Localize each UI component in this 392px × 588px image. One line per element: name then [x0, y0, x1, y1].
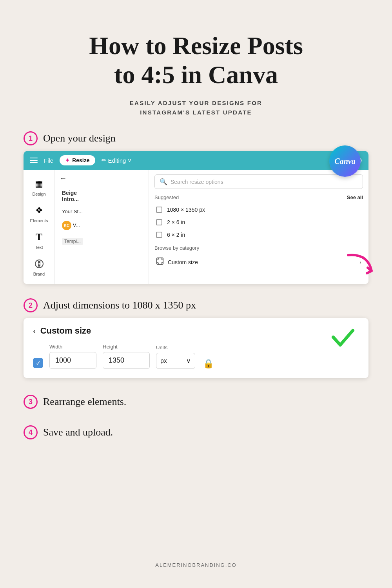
search-placeholder: Search resize options	[171, 179, 223, 185]
suggested-label: Suggested	[154, 194, 179, 200]
panel-back-arrow[interactable]: ←	[60, 174, 67, 183]
step-2-section: 2 Adjust dimensions to 1080 x 1350 px ‹ …	[24, 298, 368, 378]
units-label: Units	[156, 345, 195, 350]
lock-icon[interactable]: 🔒	[203, 359, 214, 369]
height-label: Height	[103, 344, 150, 350]
resize-option-label-1: 1080 × 1350 px	[167, 207, 205, 213]
step-2-badge: 2	[24, 298, 38, 312]
resize-checkbox-2[interactable]	[156, 219, 162, 225]
kc-suffix: V...	[73, 222, 80, 228]
step-1-section: 1 Open your design Canva File ✦ Resize	[24, 131, 368, 284]
width-group: Width	[49, 344, 96, 369]
pencil-icon: ✏	[102, 157, 107, 164]
text-icon: T	[33, 231, 45, 243]
step-2-header: 2 Adjust dimensions to 1080 x 1350 px	[24, 298, 368, 312]
height-input[interactable]	[103, 352, 150, 369]
resize-option-1[interactable]: 1080 × 1350 px	[154, 203, 363, 216]
browse-label: Browse by category	[154, 245, 363, 251]
design-icon: ▦	[33, 178, 45, 190]
step-1-ui-wrapper: Canva File ✦ Resize ✏ Editing ∨	[24, 151, 368, 284]
panel-your-st-text: Your St...	[62, 209, 83, 214]
units-chevron-icon: ∨	[186, 357, 191, 365]
units-select[interactable]: px ∨	[156, 353, 195, 369]
panel-your-st: Your St...	[60, 205, 144, 218]
resize-star-icon: ✦	[65, 157, 70, 163]
canva-topbar: File ✦ Resize ✏ Editing ∨ ↩ ↪ ⊘	[24, 151, 368, 170]
kc-badge: KC	[62, 221, 71, 230]
canva-mockup-1: File ✦ Resize ✏ Editing ∨ ↩ ↪ ⊘	[24, 151, 368, 284]
pink-arrow-decoration	[344, 251, 376, 280]
hamburger-line-3	[30, 162, 38, 163]
file-menu[interactable]: File	[44, 157, 53, 164]
canva-sidebar: ▦ Design ❖ Elements T Text	[24, 170, 55, 284]
custom-size-label: Custom size	[168, 259, 198, 265]
template-badge: Templ...	[62, 238, 83, 245]
step-4-section: 4 Save and upload.	[24, 425, 368, 446]
chevron-down-icon: ∨	[127, 157, 132, 164]
design-label: Design	[32, 192, 45, 196]
canva-panel: ← BeigeIntro... Your St... KC V... Templ…	[55, 170, 149, 284]
resize-option-label-2: 2 × 6 in	[167, 219, 185, 225]
step-4-label: Save and upload.	[43, 426, 113, 438]
back-chevron-icon[interactable]: ‹	[33, 327, 36, 336]
resize-option-2[interactable]: 2 × 6 in	[154, 216, 363, 229]
custom-size-ui: ‹ Custom size ✓ Width Height Units px ∨ …	[24, 318, 368, 378]
sidebar-item-elements[interactable]: ❖ Elements	[24, 201, 54, 226]
hamburger-line-2	[30, 160, 38, 161]
step-3-badge: 3	[24, 395, 38, 409]
resize-checkbox-3[interactable]	[156, 232, 162, 238]
text-label: Text	[35, 245, 43, 250]
resize-option-3[interactable]: 6 × 2 in	[154, 229, 363, 241]
step-1-label: Open your design	[43, 132, 116, 144]
canva-resize-panel: 🔍 Search resize options Suggested See al…	[149, 170, 368, 284]
canva-logo: Canva	[329, 145, 361, 177]
elements-icon: ❖	[33, 204, 45, 217]
checkbox-blue[interactable]: ✓	[33, 358, 43, 368]
width-label: Width	[49, 344, 96, 350]
sidebar-item-brand[interactable]: Brand	[24, 254, 54, 279]
step-4-header: 4 Save and upload.	[24, 425, 368, 439]
width-input[interactable]	[49, 352, 96, 369]
step-3-section: 3 Rearrange elements.	[24, 395, 368, 416]
resize-checkbox-1[interactable]	[156, 207, 162, 213]
green-checkmark	[329, 323, 357, 352]
suggested-row: Suggested See all	[154, 194, 363, 200]
brand-label: Brand	[33, 272, 45, 276]
step-4-badge: 4	[24, 425, 38, 439]
panel-kc-row: KC V...	[60, 218, 144, 233]
sidebar-item-design[interactable]: ▦ Design	[24, 174, 54, 200]
panel-back-row: ←	[60, 174, 144, 183]
step-2-label: Adjust dimensions to 1080 x 1350 px	[43, 299, 196, 311]
svg-rect-3	[157, 258, 163, 264]
search-bar[interactable]: 🔍 Search resize options	[154, 174, 363, 189]
resize-option-label-3: 6 × 2 in	[167, 232, 185, 238]
hamburger-menu[interactable]	[30, 158, 38, 163]
custom-size-header: ‹ Custom size	[33, 326, 359, 336]
search-icon: 🔍	[160, 178, 167, 185]
panel-title: BeigeIntro...	[62, 190, 79, 202]
see-all-link[interactable]: See all	[347, 194, 363, 200]
brand-icon	[33, 258, 45, 270]
hamburger-line-1	[30, 158, 38, 158]
dimensions-row: ✓ Width Height Units px ∨ 🔒	[33, 344, 359, 369]
custom-size-row[interactable]: Custom size ›	[154, 254, 363, 270]
sidebar-item-text[interactable]: T Text	[24, 228, 54, 253]
panel-design-title: BeigeIntro...	[60, 187, 144, 205]
step-3-header: 3 Rearrange elements.	[24, 395, 368, 409]
resize-button[interactable]: ✦ Resize	[60, 155, 95, 165]
custom-size-left: Custom size	[156, 257, 198, 267]
custom-size-icon	[156, 257, 164, 267]
step-3-label: Rearrange elements.	[43, 396, 126, 408]
step-1-header: 1 Open your design	[24, 131, 368, 145]
footer-text: ALEMERINOBRANDING.CO	[155, 562, 236, 568]
footer: ALEMERINOBRANDING.CO	[155, 550, 236, 572]
elements-label: Elements	[30, 218, 48, 223]
custom-size-title: Custom size	[40, 326, 91, 336]
canva-body: ▦ Design ❖ Elements T Text	[24, 170, 368, 284]
step-1-badge: 1	[24, 131, 38, 145]
svg-point-2	[38, 263, 40, 265]
subtitle: EASILY ADJUST YOUR DESIGNS FOR INSTAGRAM…	[130, 98, 262, 117]
main-title: How to Resize Posts to 4:5 in Canva	[89, 31, 303, 89]
units-group: Units px ∨	[156, 345, 195, 369]
editing-menu[interactable]: ✏ Editing ∨	[102, 157, 132, 164]
